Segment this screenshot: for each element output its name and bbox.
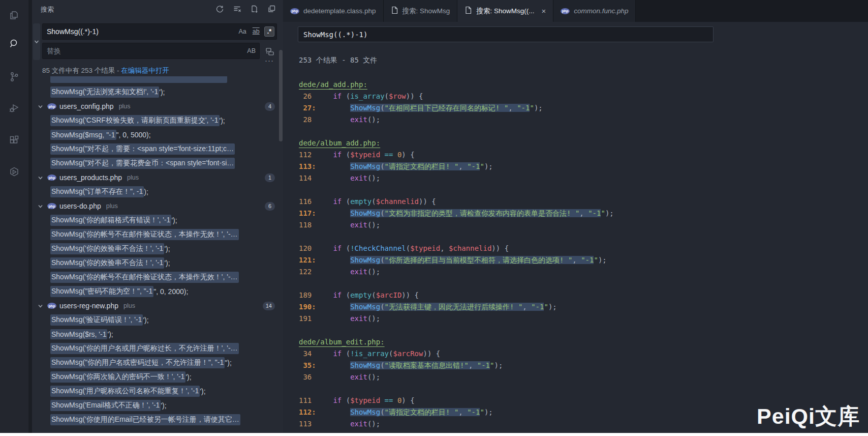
result-match-row[interactable]: ShowMsg("密码不能为空！", "-1", 0, 2000); (32, 284, 283, 299)
result-file-row[interactable]: phpusers_products.phpplus1 (32, 170, 283, 185)
result-match-row[interactable]: ShowMsg('你的效验串不合法！', '-1'); (32, 242, 283, 256)
result-match-row[interactable]: ShowMsg('Email格式不正确！', '-1'); (32, 398, 283, 413)
line-number[interactable]: 113: (299, 161, 316, 172)
result-match-row[interactable]: ShowMsg("订单不存在！", -1); (32, 185, 283, 199)
code-line[interactable]: 191 exit(); (299, 313, 868, 325)
close-icon[interactable]: × (541, 7, 546, 15)
line-number[interactable]: 116 (299, 196, 316, 208)
open-in-editor-link[interactable]: 在编辑器中打开 (121, 67, 169, 74)
line-number[interactable]: 118 (299, 219, 316, 231)
result-file-row[interactable]: phpusers-do.phpplus6 (32, 199, 283, 213)
open-in-editor-icon[interactable] (267, 4, 276, 13)
code-line[interactable]: 120 if (!CheckChannel($typeid, $channeli… (299, 243, 868, 254)
line-number[interactable]: 117: (299, 208, 316, 219)
code-line[interactable]: 27: ShowMsg("在相同栏目下已经存在同名的标记! ", "-1"); (299, 102, 868, 114)
source-control-icon[interactable] (0, 65, 28, 89)
tab--ShowMsg[interactable]: 搜索: ShowMsg (384, 0, 458, 22)
result-match-row[interactable]: ShowMsg("对不起，需要：<span style='font-size:1… (32, 142, 283, 156)
chevron-down-icon[interactable] (36, 102, 44, 110)
result-match-row[interactable]: ShowMsg("对不起，需要花费金币：<span style='font-si… (32, 156, 283, 170)
code-text: exit(); (316, 172, 380, 184)
line-number[interactable]: 114 (299, 172, 316, 184)
line-number[interactable]: 122 (299, 266, 316, 278)
result-match-row[interactable]: ShowMsg($rs, '-1'); (32, 327, 283, 341)
line-number[interactable]: 34 (299, 348, 316, 360)
line-number[interactable]: 111 (299, 395, 316, 406)
result-row-clipped[interactable] (32, 76, 283, 85)
result-match-row[interactable]: ShowMsg('无法浏览未知文档!', '-1'); (32, 85, 283, 99)
code-line[interactable]: 116 if (empty($channelid)) { (299, 196, 868, 208)
line-number[interactable]: 190: (299, 301, 316, 313)
line-number[interactable]: 27: (299, 102, 316, 114)
result-file-row[interactable]: phpusers_config.phpplus4 (32, 99, 283, 113)
result-match-row[interactable]: ShowMsg('你的效验串不合法！', '-1'); (32, 256, 283, 270)
result-match-row[interactable]: ShowMsg('用户昵称或公司名称不能重复！', '-1'); (32, 384, 283, 398)
search-editor-query[interactable]: ShowMsg((.*)-1) (298, 26, 714, 42)
code-line[interactable]: 114 exit(); (299, 172, 868, 184)
code-line[interactable]: 26 if (is_array($row)) { (299, 91, 868, 102)
line-number[interactable]: 112 (299, 149, 316, 161)
result-match-row[interactable]: ShowMsg('你的帐号不在邮件验证状态，本操作无效！', '-… (32, 270, 283, 284)
refresh-icon[interactable] (215, 4, 224, 13)
tab-common.func.php[interactable]: phpcommon.func.php (553, 0, 636, 22)
result-file-header[interactable]: dede/album_add.php: (299, 137, 868, 149)
result-match-row[interactable]: ShowMsg('你的用户名或用户昵称过长，不允许注册！', '-… (32, 341, 283, 356)
code-line[interactable]: 122 exit(); (299, 266, 868, 278)
open-new-search-editor-icon[interactable] (250, 4, 259, 13)
match-highlight: ShowMsg('无法浏览未知文档!', '-1 (50, 86, 159, 98)
code-line[interactable]: 117: ShowMsg("文档为非指定的类型，请检查你发布内容的表单是否合法!… (299, 208, 868, 219)
line-number[interactable]: 112: (299, 406, 316, 418)
result-match-row[interactable]: ShowMsg($msg, "-1", 0, 5000); (32, 128, 283, 142)
code-line[interactable]: 36 exit(); (299, 371, 868, 383)
code-line[interactable]: 28 exit(); (299, 114, 868, 126)
line-number[interactable]: 26 (299, 91, 316, 102)
code-line[interactable]: 189 if (empty($arcID)) { (299, 289, 868, 301)
clear-search-results-icon[interactable] (232, 4, 241, 13)
line-number[interactable]: 121: (299, 254, 316, 266)
code-line[interactable]: 118 exit(); (299, 219, 868, 231)
result-match-row[interactable]: ShowMsg('你两次输入的密码不一致！', '-1'); (32, 370, 283, 384)
regex-toggle[interactable]: .* (264, 26, 274, 37)
tab-dedetemplate.class.php[interactable]: phpdedetemplate.class.php (283, 0, 384, 22)
explorer-icon[interactable] (0, 3, 28, 27)
sidebar-scrollbar[interactable] (279, 50, 283, 141)
toggle-search-details-icon[interactable]: ··· (265, 57, 274, 64)
line-number[interactable]: 36 (299, 371, 316, 383)
line-number[interactable]: 191 (299, 313, 316, 325)
chevron-down-icon[interactable] (36, 202, 44, 210)
code-line[interactable]: 190: ShowMsg("无法获得主键，因此无法进行后续操作! ", "-1"… (299, 301, 868, 313)
code-line[interactable]: 113: ShowMsg("请指定文档的栏目! ", "-1"); (299, 161, 868, 172)
line-number[interactable]: 113 (299, 418, 316, 430)
replace-input[interactable] (43, 47, 245, 55)
chevron-down-icon[interactable] (36, 302, 44, 310)
result-match-row[interactable]: ShowMsg('你的帐号不在邮件验证状态，本操作无效！', '-… (32, 227, 283, 242)
result-match-row[interactable]: ShowMsg('CSRF校验失败，请刷新页面重新提交', '-1'); (32, 113, 283, 128)
search-icon[interactable] (0, 32, 28, 56)
run-and-debug-icon[interactable] (0, 96, 28, 120)
search-input[interactable] (43, 27, 237, 36)
package-explorer-icon[interactable] (0, 160, 28, 184)
result-file-header[interactable]: dede/album_edit.php: (299, 336, 868, 348)
code-line[interactable]: 34 if (!is_array($arcRow)) { (299, 348, 868, 360)
line-number[interactable]: 120 (299, 243, 316, 254)
replace-all-icon[interactable] (264, 46, 276, 57)
line-number[interactable]: 28 (299, 114, 316, 126)
result-file-header[interactable]: dede/ad_add.php: (299, 79, 868, 91)
code-line[interactable]: 35: ShowMsg("读取档案基本信息出错!", "-1"); (299, 360, 868, 371)
match-case-toggle[interactable]: Aa (237, 27, 247, 36)
chevron-down-icon[interactable] (36, 173, 44, 182)
result-file-row[interactable]: phpusers-reg-new.phpplus14 (32, 299, 283, 313)
result-match-row[interactable]: ShowMsg("你的用户名或密码过短，不允许注册！", "-1"); (32, 356, 283, 370)
line-number[interactable]: 35: (299, 360, 316, 371)
code-line[interactable]: 121: ShowMsg("你所选择的栏目与当前模型不相符，请选择白色的选项! … (299, 254, 868, 266)
toggle-replace-button[interactable] (33, 23, 40, 60)
preserve-case-toggle[interactable]: AB (245, 47, 257, 55)
result-match-row[interactable]: ShowMsg('验证码错误！', '-1'); (32, 313, 283, 327)
result-match-row[interactable]: ShowMsg('你的邮箱格式有错误！', '-1'); (32, 213, 283, 227)
tab--ShowMsg-...[interactable]: 搜索: ShowMsg((...× (457, 0, 553, 22)
extensions-icon[interactable] (0, 128, 28, 153)
whole-word-toggle[interactable]: ab (251, 27, 261, 36)
line-number[interactable]: 189 (299, 289, 316, 301)
result-match-row[interactable]: ShowMsg('你使用的Email已经被另一帐号注册，请使其它… (32, 413, 283, 427)
code-line[interactable]: 112 if ($typeid == 0) { (299, 149, 868, 161)
